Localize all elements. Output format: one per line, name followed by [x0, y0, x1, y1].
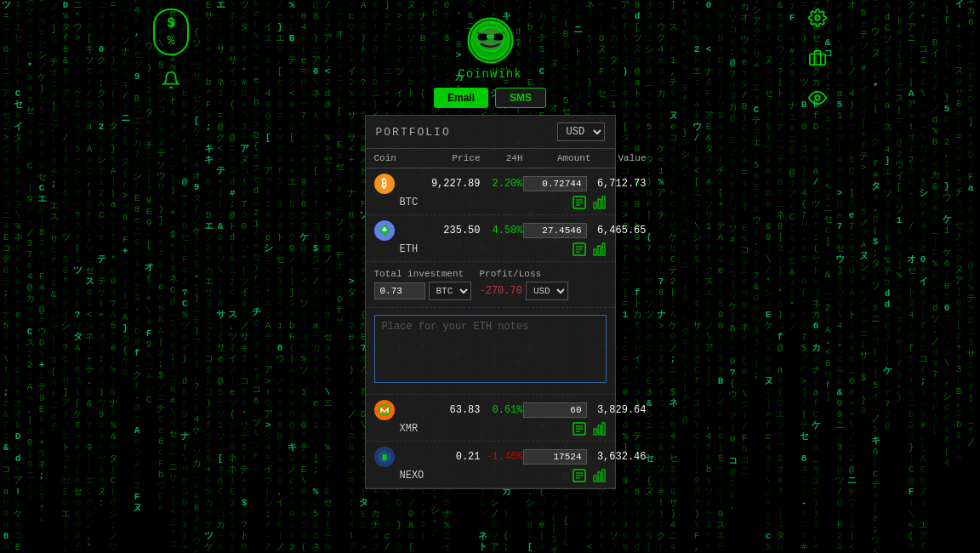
left-sidebar-icons: $ %: [153, 9, 189, 94]
nexo-name: NEXO: [400, 470, 424, 482]
email-button[interactable]: Email: [434, 88, 488, 108]
percent-icon: %: [168, 34, 174, 48]
btc-notes-icon[interactable]: [573, 196, 586, 209]
svg-rect-23: [594, 249, 596, 255]
right-sidebar-icons: [808, 9, 827, 111]
app-title: Coinwink: [458, 67, 521, 81]
coin-row-btc: ₿ 9,227.89 2.20% 6,712.73 BTC: [366, 168, 615, 215]
btc-name: BTC: [400, 197, 419, 208]
nexo-amount-input[interactable]: [523, 449, 587, 465]
xmr-change: 0.61%: [481, 404, 523, 416]
eth-value: 6,465.65: [591, 225, 647, 237]
eth-chart-icon[interactable]: [593, 242, 607, 256]
investment-label: Total investment: [374, 269, 471, 279]
nexo-chart-icon[interactable]: [593, 469, 607, 482]
nexo-notes-icon[interactable]: [573, 469, 586, 482]
svg-rect-7: [493, 34, 503, 40]
svg-rect-14: [598, 199, 601, 208]
profit-label: Profit/Loss: [480, 269, 568, 279]
btc-coin-info: ₿: [374, 174, 425, 194]
currency-toggle-icon[interactable]: $ %: [153, 9, 189, 55]
btc-price: 9,227.89: [425, 178, 481, 190]
eth-notes-area: [366, 308, 615, 395]
xmr-value: 3,829.64: [591, 404, 647, 416]
logo-icon: [467, 17, 514, 64]
col-price: Price: [425, 153, 481, 163]
app-container: $ %: [0, 0, 980, 553]
coin-row-eth: 235.50 4.58% 6,465.65 ETH: [366, 215, 615, 262]
col-coin: Coin: [374, 153, 425, 163]
notification-buttons: Email SMS: [434, 88, 546, 108]
dollar-icon: $: [167, 16, 175, 31]
svg-point-0: [815, 15, 820, 20]
svg-rect-15: [602, 197, 605, 208]
svg-rect-42: [602, 470, 605, 482]
xmr-actions: [573, 422, 607, 436]
coin-row-xmr: 63.83 0.61% 3,829.64 XMR: [366, 395, 615, 442]
total-investment-group: Total investment BTC ETH USD: [374, 269, 471, 300]
nexo-change: -1.46%: [481, 451, 523, 463]
svg-rect-33: [602, 423, 605, 435]
svg-rect-41: [598, 472, 601, 482]
eth-actions: [573, 242, 607, 256]
nexo-coin-info: N: [374, 447, 425, 467]
btc-icon: ₿: [374, 174, 395, 194]
nexo-price: 0.21: [425, 451, 481, 463]
svg-rect-13: [594, 202, 596, 208]
coin-row-nexo: N 0.21 -1.46% 3,632.46 NEXO: [366, 442, 615, 488]
xmr-icon: [374, 400, 395, 420]
eth-price: 235.50: [425, 225, 481, 237]
svg-rect-25: [602, 243, 605, 255]
eth-notes-icon[interactable]: [573, 242, 586, 256]
svg-point-2: [815, 95, 820, 100]
btc-actions: [573, 196, 607, 209]
col-24h: 24H: [481, 153, 523, 163]
svg-rect-8: [487, 36, 493, 37]
xmr-price: 63.83: [425, 404, 481, 416]
btc-amount-input[interactable]: [523, 176, 587, 191]
portfolio-header: PORTFOLIO USD EUR BTC: [366, 116, 615, 149]
eth-amount-input[interactable]: [523, 223, 587, 238]
btc-chart-icon[interactable]: [593, 196, 607, 209]
nexo-icon: N: [374, 447, 395, 467]
svg-rect-24: [598, 246, 601, 255]
eye-icon[interactable]: [808, 88, 827, 111]
svg-rect-6: [478, 34, 487, 40]
investment-currency-select[interactable]: BTC ETH USD: [429, 282, 471, 300]
col-value: Value: [591, 153, 647, 163]
xmr-notes-icon[interactable]: [573, 422, 586, 436]
btc-change: 2.20%: [481, 178, 523, 190]
eth-coin-info: [374, 220, 425, 241]
svg-rect-31: [594, 429, 596, 435]
app-header: Coinwink Email SMS: [434, 17, 546, 108]
svg-rect-1: [810, 54, 825, 65]
svg-text:N: N: [382, 454, 385, 461]
xmr-name: XMR: [400, 423, 419, 435]
investment-row: Total investment BTC ETH USD Profit/Loss…: [366, 262, 615, 308]
profit-currency-select[interactable]: USD BTC EUR: [526, 282, 568, 300]
profit-loss-group: Profit/Loss -270.70 USD BTC EUR: [480, 269, 568, 300]
xmr-chart-icon[interactable]: [593, 422, 607, 436]
investment-input[interactable]: [374, 282, 425, 299]
col-amount: Amount: [523, 153, 591, 163]
eth-notes-textarea[interactable]: [374, 315, 607, 383]
sms-button[interactable]: SMS: [495, 88, 546, 108]
svg-rect-32: [598, 425, 601, 435]
profit-value: -270.70: [480, 285, 522, 297]
briefcase-icon[interactable]: [808, 48, 827, 71]
bell-svg: [162, 71, 180, 89]
currency-select[interactable]: USD EUR BTC: [557, 123, 605, 141]
settings-icon[interactable]: [808, 9, 827, 31]
profit-controls: -270.70 USD BTC EUR: [480, 282, 568, 300]
eth-icon: [374, 220, 395, 241]
xmr-amount-input[interactable]: [523, 402, 587, 418]
btc-value: 6,712.73: [591, 178, 647, 190]
eth-change: 4.58%: [481, 225, 523, 237]
table-header: Coin Price 24H Amount Value: [366, 149, 615, 168]
eth-name: ETH: [400, 243, 419, 255]
investment-controls: BTC ETH USD: [374, 282, 471, 300]
portfolio-title: PORTFOLIO: [376, 126, 451, 139]
portfolio-panel: PORTFOLIO USD EUR BTC Coin Price 24H Amo…: [365, 115, 616, 489]
bell-icon[interactable]: [162, 71, 180, 94]
nexo-actions: [573, 469, 607, 482]
